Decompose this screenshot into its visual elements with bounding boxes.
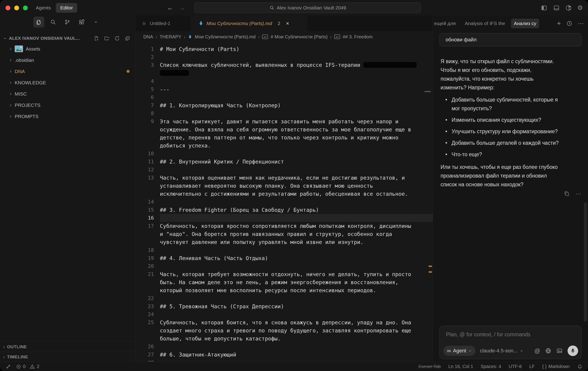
- notifications-bell-icon[interactable]: [577, 364, 582, 369]
- chat-tab[interactable]: Analysis of IFS the: [465, 21, 505, 26]
- new-file-icon[interactable]: [94, 36, 99, 41]
- editor-line[interactable]: 19## 4. Ленивая Часть (Часть Отдыха): [136, 254, 433, 262]
- history-clock-icon[interactable]: [567, 21, 572, 26]
- more-icon[interactable]: ⋯: [576, 191, 581, 197]
- close-window-button[interactable]: [6, 6, 10, 10]
- model-selector[interactable]: claude-4.5-son...: [480, 348, 524, 354]
- explorer-icon[interactable]: [33, 17, 44, 28]
- tree-item-misc[interactable]: MISC: [0, 88, 135, 99]
- tree-item-knowledge[interactable]: KNOWLEDGE: [0, 77, 135, 88]
- editor-line[interactable]: и "надо". Она борется против навязанных …: [136, 230, 433, 238]
- editor-line[interactable]: 6: [136, 93, 433, 101]
- editor-line[interactable]: 23## 5. Тревожная Часть (Страх Депрессии…: [136, 302, 433, 310]
- editor-line[interactable]: 27## 6. Защитник-Атакующий: [136, 350, 433, 359]
- editor-line[interactable]: [136, 69, 433, 77]
- cube-icon[interactable]: [566, 5, 572, 11]
- tree-item-projects[interactable]: PROJECTS: [0, 99, 135, 111]
- indentation-setting[interactable]: Spaces: 4: [481, 364, 501, 369]
- tab-untitled-1[interactable]: Untitled-1: [136, 16, 190, 31]
- back-icon[interactable]: ←: [167, 4, 173, 11]
- more-icon[interactable]: ⋯: [578, 20, 584, 27]
- editor-line[interactable]: чувствует давление или попытку управлять…: [136, 238, 433, 246]
- outline-section[interactable]: › OUTLINE: [0, 342, 135, 352]
- editor-line[interactable]: устанавливает невероятно высокую планку.…: [136, 182, 433, 190]
- editor-line[interactable]: 9Эта часть критикует, давит и пытается з…: [136, 117, 433, 126]
- explorer-section-header[interactable]: ALEX IVANOV ONSIDIAN VAUL...: [0, 33, 135, 43]
- editor-line[interactable]: 18: [136, 246, 433, 254]
- editor-line[interactable]: 8: [136, 109, 433, 117]
- editor-line[interactable]: 16: [136, 214, 433, 222]
- image-icon[interactable]: [556, 348, 563, 354]
- editor-line[interactable]: 13Часть, которая оценивает меня как неуд…: [136, 174, 433, 182]
- editor-line[interactable]: 10: [136, 149, 433, 158]
- editor-line[interactable]: 2: [136, 53, 433, 61]
- editor-line[interactable]: 1# Мои Субличности (Parts): [136, 45, 433, 53]
- editor-line[interactable]: 11## 2. Внутренний Критик / Перфекционис…: [136, 158, 433, 166]
- cursor-tab-toggle[interactable]: Cursor Tab: [419, 364, 441, 369]
- globe-icon[interactable]: [545, 348, 551, 354]
- editor-mode-button[interactable]: Editor: [56, 3, 77, 13]
- tree-item-obsidian[interactable]: .obsidian: [0, 54, 135, 66]
- editor-line[interactable]: 25Субличность, которая боится, что я сно…: [136, 318, 433, 327]
- encoding-setting[interactable]: UTF-8: [509, 364, 522, 369]
- chat-tab[interactable]: ещей для: [434, 21, 456, 26]
- refresh-icon[interactable]: [114, 36, 120, 41]
- settings-gear-icon[interactable]: ⚙: [578, 5, 583, 11]
- tab-parts-md[interactable]: Мои Субличности (Parts).md 2 ×: [190, 16, 308, 31]
- editor-line[interactable]: 24: [136, 310, 433, 318]
- chevron-down-icon[interactable]: [90, 17, 101, 28]
- agent-mode-selector[interactable]: ∞ Agent: [443, 346, 475, 356]
- editor-line[interactable]: детстве, переняв паттерн от мамы, что то…: [136, 133, 433, 141]
- toggle-bottom-panel-icon[interactable]: [553, 5, 560, 11]
- vault-search-input[interactable]: Alex Ivanov Onsidian Vault 2049: [195, 2, 421, 13]
- problems-indicator[interactable]: 0 2: [16, 364, 39, 369]
- editor-line[interactable]: создает много страха и тревоги по поводу…: [136, 327, 433, 334]
- forward-icon[interactable]: →: [179, 4, 185, 11]
- code-area[interactable]: 1# Мои Субличности (Parts)23Список ключе…: [136, 42, 433, 362]
- voice-mic-button[interactable]: [567, 346, 578, 356]
- editor-line[interactable]: 26: [136, 342, 433, 350]
- timeline-section[interactable]: › TIMELINE: [0, 352, 135, 362]
- editor-line[interactable]: 3Список ключевых субличностей, выявленны…: [136, 61, 433, 69]
- breadcrumb-item[interactable]: # Мои Субличности (Parts): [271, 34, 327, 40]
- cursor-position[interactable]: Ln 16, Col 1: [448, 364, 473, 369]
- breadcrumb-item[interactable]: Мои Субличности (Parts).md: [195, 34, 256, 40]
- remote-connection-icon[interactable]: [6, 364, 11, 369]
- editor-line[interactable]: быть. На самом деле это не лень, а режим…: [136, 278, 433, 286]
- editor-line[interactable]: 20: [136, 262, 433, 270]
- editor-line[interactable]: 15## 3. Freedom Fighter (Борец за Свобод…: [136, 206, 433, 214]
- toggle-left-panel-icon[interactable]: [541, 5, 547, 11]
- copy-icon[interactable]: [564, 191, 570, 197]
- editor-line[interactable]: который позволяет мне восполнить ресурсы…: [136, 286, 433, 294]
- editor-line[interactable]: 21Часть, которая требует возможности отд…: [136, 270, 433, 278]
- tree-item-dna[interactable]: DNA: [0, 66, 135, 77]
- chat-tab-active[interactable]: Анализ су: [511, 19, 539, 28]
- editor-line[interactable]: исключительно с достижениями и результат…: [136, 190, 433, 198]
- language-mode[interactable]: { } Markdown: [542, 364, 570, 369]
- collapse-folders-icon[interactable]: [125, 36, 130, 41]
- breadcrumb-item[interactable]: ## 3. Freedom: [343, 34, 373, 40]
- agents-mode-button[interactable]: Agents: [36, 5, 51, 11]
- editor-line[interactable]: осуждение. Она взяла на себя огромную от…: [136, 126, 433, 133]
- maximize-window-button[interactable]: [23, 6, 28, 10]
- breadcrumb-item[interactable]: DNA: [143, 34, 153, 40]
- new-folder-icon[interactable]: [104, 36, 110, 41]
- editor-line[interactable]: добиться успеха.: [136, 141, 433, 149]
- chat-scrollbar-thumb[interactable]: [584, 202, 587, 322]
- editor-line[interactable]: 22: [136, 294, 433, 302]
- extensions-icon[interactable]: [76, 17, 87, 28]
- minimize-window-button[interactable]: [14, 6, 19, 10]
- editor-line[interactable]: 4: [136, 77, 433, 85]
- at-mention-icon[interactable]: @: [535, 348, 540, 354]
- editor-line[interactable]: 17Субличность, которая яростно сопротивл…: [136, 222, 433, 230]
- editor-line[interactable]: 7## 1. Контролирующая Часть (Контролер): [136, 101, 433, 109]
- editor-line[interactable]: больше, чтобы не допустить катастрофы.: [136, 334, 433, 342]
- tree-item-assets[interactable]: Assets: [0, 43, 135, 54]
- breadcrumb-item[interactable]: THERAPY: [160, 34, 181, 40]
- new-chat-icon[interactable]: +: [557, 20, 561, 27]
- chat-input-box[interactable]: Plan, @ for context, / for commands ∞ Ag…: [439, 326, 582, 359]
- tree-item-prompts[interactable]: PROMPTS: [0, 111, 135, 122]
- editor-line[interactable]: 14: [136, 198, 433, 206]
- editor-line[interactable]: 28: [136, 359, 433, 362]
- editor-line[interactable]: 12: [136, 166, 433, 174]
